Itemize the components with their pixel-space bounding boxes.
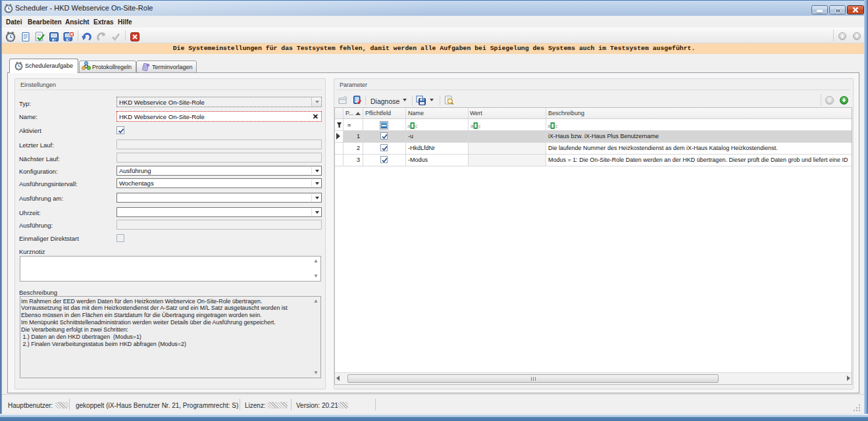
- svg-text:c: c: [415, 123, 418, 129]
- svg-text:c: c: [555, 123, 558, 129]
- svg-text:a: a: [548, 123, 551, 129]
- svg-text:c: c: [478, 123, 481, 129]
- svg-text:a: a: [471, 123, 474, 129]
- svg-text:a: a: [407, 123, 411, 129]
